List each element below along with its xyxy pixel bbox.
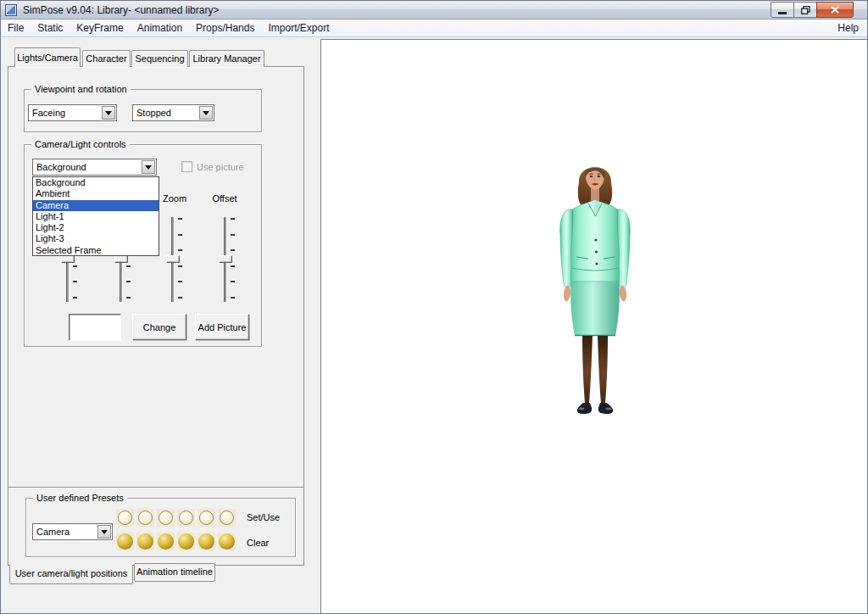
use-picture-checkbox[interactable]: [181, 161, 192, 172]
empty-preset-icon: [118, 511, 132, 525]
tab-user-camera-light-positions[interactable]: User camera/light positions: [9, 565, 133, 584]
empty-preset-icon: [199, 511, 214, 525]
viewpoint-group: Viewpoint and rotation Faceing Stopped: [24, 89, 262, 132]
preset-clear-button-6[interactable]: [218, 533, 236, 550]
dropdown-item-background[interactable]: Background: [33, 177, 159, 188]
facing-combobox-arrow[interactable]: [102, 106, 115, 120]
character-model[interactable]: [548, 155, 643, 420]
zoom-label: Zoom: [160, 193, 189, 204]
dropdown-item-light-2[interactable]: Light-2: [33, 222, 159, 233]
application-window: SimPose v9.04: Library- <unnamed library…: [0, 0, 868, 614]
offset-slider-thumb[interactable]: [219, 255, 232, 263]
empty-preset-icon: [159, 511, 173, 525]
target-combobox-value: Background: [36, 162, 86, 172]
camera-light-group-label: Camera/Light controls: [31, 138, 130, 150]
rotation-combobox[interactable]: Stopped: [132, 104, 214, 121]
target-combobox[interactable]: Background: [32, 159, 157, 176]
preset-clear-button-5[interactable]: [198, 533, 215, 550]
camera-light-group: Camera/Light controls Background Use pic…: [24, 144, 262, 347]
tab-animation-timeline[interactable]: Animation timeline: [134, 563, 215, 582]
gold-preset-icon: [178, 533, 194, 550]
use-picture-label: Use picture: [197, 162, 244, 172]
preset-set-button-4[interactable]: [177, 509, 195, 527]
close-icon: [831, 6, 839, 14]
dropdown-item-selected-frame[interactable]: Selected Frame: [33, 245, 159, 256]
dropdown-item-ambient[interactable]: Ambient: [33, 188, 159, 199]
menu-file[interactable]: File: [8, 22, 24, 34]
target-combobox-arrow[interactable]: [142, 160, 155, 174]
menu-help[interactable]: Help: [837, 22, 859, 34]
change-button[interactable]: Change: [132, 314, 186, 340]
title-bar: SimPose v9.04: Library- <unnamed library…: [1, 1, 867, 20]
gold-preset-icon: [219, 533, 235, 550]
minimize-icon: [778, 12, 787, 14]
facing-combobox-value: Faceing: [32, 108, 65, 118]
set-use-label: Set/Use: [247, 512, 280, 522]
zoom-slider-thumb[interactable]: [166, 255, 180, 263]
empty-preset-icon: [138, 511, 153, 525]
restore-icon: [801, 6, 810, 14]
gold-preset-icon: [158, 533, 174, 550]
rotation-combobox-arrow[interactable]: [199, 106, 213, 120]
preset-clear-button-1[interactable]: [116, 533, 134, 550]
chevron-down-icon: [145, 165, 152, 170]
empty-preset-icon: [179, 511, 193, 525]
preset-set-button-5[interactable]: [198, 509, 215, 527]
menu-bar: File Static KeyFrame Animation Props/Han…: [1, 20, 867, 37]
lights-camera-page: Viewpoint and rotation Faceing Stopped C…: [8, 66, 304, 488]
preset-clear-button-3[interactable]: [157, 533, 175, 550]
dropdown-item-camera[interactable]: Camera: [33, 200, 159, 211]
preset-target-combobox-value: Camera: [36, 527, 70, 537]
menu-props-hands[interactable]: Props/Hands: [196, 22, 254, 34]
preset-target-combobox-arrow[interactable]: [97, 525, 111, 539]
preset-set-button-2[interactable]: [136, 509, 154, 527]
close-button[interactable]: [816, 2, 854, 18]
preset-target-combobox[interactable]: Camera: [32, 523, 113, 540]
app-icon: [5, 4, 17, 16]
facing-combobox[interactable]: Faceing: [28, 104, 117, 121]
offset-label: Offset: [209, 193, 240, 204]
gold-preset-icon: [198, 533, 214, 550]
presets-group-label: User defined Presets: [33, 492, 127, 504]
preset-set-button-1[interactable]: [116, 509, 134, 527]
menu-animation[interactable]: Animation: [137, 22, 182, 34]
menu-keyframe[interactable]: KeyFrame: [76, 22, 123, 34]
chevron-down-icon: [101, 530, 108, 534]
add-picture-button[interactable]: Add Picture: [195, 314, 249, 340]
menu-static[interactable]: Static: [37, 22, 63, 34]
clear-label: Clear: [247, 538, 269, 548]
camera-slider-b-thumb[interactable]: [114, 255, 128, 263]
preset-set-button-3[interactable]: [157, 509, 175, 527]
menu-import-export[interactable]: Import/Export: [268, 22, 329, 34]
tab-lights-camera[interactable]: Lights/Camera: [14, 47, 81, 67]
tab-character[interactable]: Character: [82, 50, 131, 67]
preset-set-button-6[interactable]: [218, 509, 236, 527]
picture-preview-box[interactable]: [69, 314, 121, 341]
tab-library-manager[interactable]: Library Manager: [189, 50, 264, 67]
presets-page: User defined Presets Camera Set/Use Clea…: [8, 487, 304, 566]
minimize-button[interactable]: [771, 2, 794, 18]
chevron-down-icon: [203, 111, 209, 115]
target-dropdown-list: Background Ambient Camera Light-1 Light-…: [32, 176, 159, 256]
preset-clear-button-2[interactable]: [136, 533, 154, 550]
presets-group: User defined Presets Camera Set/Use Clea…: [25, 498, 296, 557]
gold-preset-icon: [117, 533, 133, 550]
restore-button[interactable]: [793, 2, 817, 18]
viewport-panel[interactable]: [320, 39, 868, 614]
rotation-combobox-value: Stopped: [136, 108, 171, 118]
viewpoint-group-label: Viewpoint and rotation: [31, 83, 131, 95]
dropdown-item-light-1[interactable]: Light-1: [33, 211, 159, 222]
empty-preset-icon: [220, 511, 234, 525]
gold-preset-icon: [137, 533, 153, 550]
chevron-down-icon: [105, 111, 112, 115]
dropdown-item-light-3[interactable]: Light-3: [33, 233, 159, 244]
preset-clear-button-4[interactable]: [177, 533, 195, 550]
window-controls: [771, 2, 854, 18]
camera-slider-a-thumb[interactable]: [61, 255, 75, 263]
tab-sequencing[interactable]: Sequencing: [131, 50, 188, 67]
window-title: SimPose v9.04: Library- <unnamed library…: [23, 4, 219, 16]
